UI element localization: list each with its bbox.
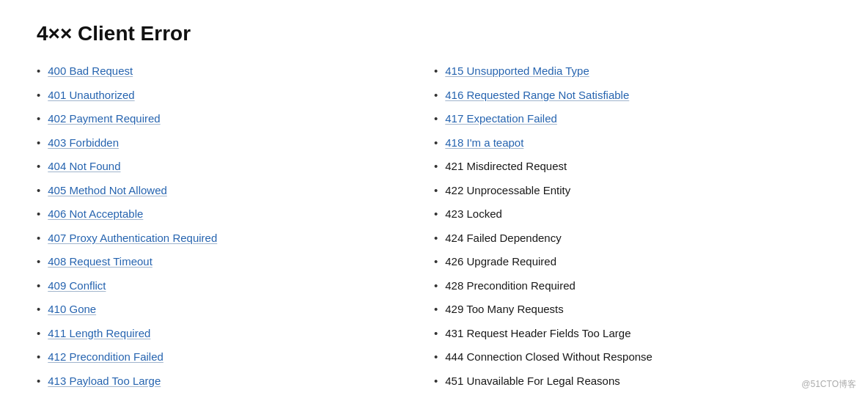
status-code-link[interactable]: 415 Unsupported Media Type — [445, 63, 589, 80]
status-code-text: 426 Upgrade Required — [445, 254, 556, 270]
list-item: 416 Requested Range Not Satisfiable — [434, 87, 831, 104]
status-code-text: 451 Unavailable For Legal Reasons — [445, 373, 619, 390]
list-item: 413 Payload Too Large — [37, 373, 434, 390]
status-code-link[interactable]: 404 Not Found — [48, 158, 120, 175]
list-item: 409 Conflict — [37, 278, 434, 295]
list-item: 421 Misdirected Request — [434, 158, 831, 175]
status-code-text: 424 Failed Dependency — [445, 230, 561, 247]
list-item: 406 Not Acceptable — [37, 206, 434, 223]
list-item: 411 Length Required — [37, 325, 434, 342]
status-code-text: 422 Unprocessable Entity — [445, 183, 570, 199]
list-item: 401 Unauthorized — [37, 87, 434, 104]
list-item: 400 Bad Request — [37, 63, 434, 80]
list-item: 407 Proxy Authentication Required — [37, 230, 434, 247]
list-item: 423 Locked — [434, 206, 831, 223]
list-item: 405 Method Not Allowed — [37, 183, 434, 199]
watermark: @51CTO博客 — [801, 378, 856, 391]
list-item: 412 Precondition Failed — [37, 349, 434, 366]
page-title: 4×× Client Error — [37, 22, 831, 45]
status-code-link[interactable]: 413 Payload Too Large — [48, 373, 161, 390]
list-item: 451 Unavailable For Legal Reasons — [434, 373, 831, 390]
status-code-link[interactable]: 412 Precondition Failed — [48, 349, 163, 366]
status-code-link[interactable]: 408 Request Timeout — [48, 254, 152, 270]
status-code-link[interactable]: 409 Conflict — [48, 278, 106, 295]
status-code-text: 428 Precondition Required — [445, 278, 575, 295]
list-item: 410 Gone — [37, 301, 434, 318]
status-code-link[interactable]: 405 Method Not Allowed — [48, 183, 167, 199]
list-item: 417 Expectation Failed — [434, 111, 831, 128]
left-column: 400 Bad Request401 Unauthorized402 Payme… — [37, 63, 434, 398]
list-item: 426 Upgrade Required — [434, 254, 831, 270]
status-code-link[interactable]: 416 Requested Range Not Satisfiable — [445, 87, 629, 104]
list-item: 428 Precondition Required — [434, 278, 831, 295]
list-item: 444 Connection Closed Without Response — [434, 349, 831, 366]
status-code-link[interactable]: 401 Unauthorized — [48, 87, 134, 104]
list-item: 404 Not Found — [37, 158, 434, 175]
right-column: 415 Unsupported Media Type416 Requested … — [434, 63, 831, 398]
status-code-link[interactable]: 417 Expectation Failed — [445, 111, 557, 128]
left-list: 400 Bad Request401 Unauthorized402 Payme… — [37, 63, 434, 398]
list-item: 402 Payment Required — [37, 111, 434, 128]
status-code-text: 421 Misdirected Request — [445, 158, 567, 175]
list-item: 422 Unprocessable Entity — [434, 183, 831, 199]
list-item: 431 Request Header Fields Too Large — [434, 325, 831, 342]
list-item: 429 Too Many Requests — [434, 301, 831, 318]
status-code-text: 423 Locked — [445, 206, 502, 223]
list-item: 418 I'm a teapot — [434, 135, 831, 152]
list-item: 415 Unsupported Media Type — [434, 63, 831, 80]
status-code-link[interactable]: 411 Length Required — [48, 325, 150, 342]
status-code-link[interactable]: 410 Gone — [48, 301, 96, 318]
status-code-link[interactable]: 406 Not Acceptable — [48, 206, 143, 223]
status-code-text: 444 Connection Closed Without Response — [445, 349, 652, 366]
status-code-link[interactable]: 400 Bad Request — [48, 63, 133, 80]
status-code-link[interactable]: 418 I'm a teapot — [445, 135, 523, 152]
list-item: 408 Request Timeout — [37, 254, 434, 270]
status-code-link[interactable]: 403 Forbidden — [48, 135, 119, 152]
status-code-link[interactable]: 407 Proxy Authentication Required — [48, 230, 217, 247]
right-list: 415 Unsupported Media Type416 Requested … — [434, 63, 831, 398]
list-item: 424 Failed Dependency — [434, 230, 831, 247]
content-columns: 400 Bad Request401 Unauthorized402 Payme… — [37, 63, 831, 398]
status-code-link[interactable]: 402 Payment Required — [48, 111, 160, 128]
status-code-text: 429 Too Many Requests — [445, 301, 564, 318]
list-item: 403 Forbidden — [37, 135, 434, 152]
status-code-text: 431 Request Header Fields Too Large — [445, 325, 630, 342]
